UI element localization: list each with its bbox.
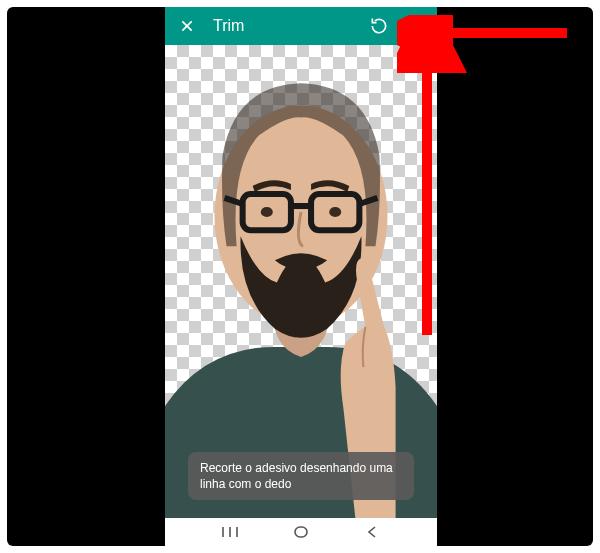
hint-toast: Recorte o adesivo desenhando uma linha c… [188,452,414,500]
system-nav-bar [165,518,437,546]
svg-point-2 [414,19,417,22]
rotate-icon [369,16,389,36]
phone-screen: Trim [165,7,437,546]
more-menu-button[interactable] [399,10,431,42]
svg-point-4 [414,30,417,33]
nav-back-button[interactable] [352,520,392,544]
recents-icon [221,525,239,539]
nav-recents-button[interactable] [210,520,250,544]
sticker-subject [165,45,437,518]
svg-point-12 [329,207,341,217]
screenshot-frame: Trim [7,7,593,546]
rotate-button[interactable] [363,10,395,42]
nav-home-button[interactable] [281,520,321,544]
trim-canvas[interactable]: Recorte o adesivo desenhando uma linha c… [165,45,437,518]
svg-point-3 [414,25,417,28]
close-icon [179,18,195,34]
app-bar: Trim [165,7,437,45]
hint-text: Recorte o adesivo desenhando uma linha c… [200,461,393,491]
page-title: Trim [213,17,244,35]
more-vert-icon [406,17,424,35]
svg-point-11 [261,207,273,217]
home-icon [292,525,310,539]
back-icon [365,525,379,539]
close-button[interactable] [171,10,203,42]
svg-rect-16 [295,527,307,537]
